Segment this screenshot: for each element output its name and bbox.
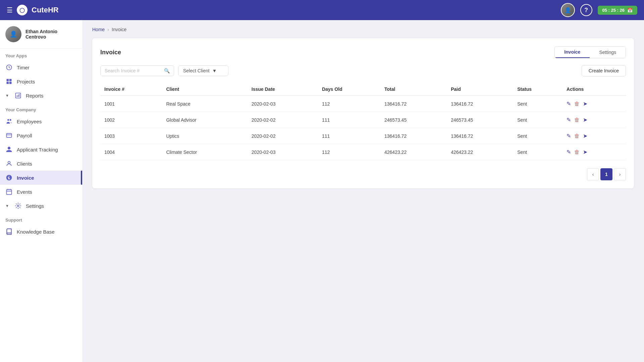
edit-icon[interactable]: ✎	[567, 149, 571, 155]
cell-days-old: 112	[318, 144, 380, 160]
send-icon[interactable]: ➤	[583, 149, 587, 155]
sidebar-item-knowledge-base[interactable]: Knowledge Base	[0, 225, 82, 239]
nav-right: 👤 ? 05 : 25 : 26 📅	[561, 3, 638, 17]
sidebar-item-employees[interactable]: Employees	[0, 114, 82, 128]
svg-point-10	[10, 119, 11, 121]
sidebar-label-knowledge-base: Knowledge Base	[17, 229, 55, 235]
send-icon[interactable]: ➤	[583, 117, 587, 123]
search-invoice-input[interactable]	[105, 68, 161, 73]
col-paid: Paid	[447, 83, 513, 96]
sidebar-label-payroll: Payroll	[17, 133, 32, 138]
cell-paid: 136416.72	[447, 96, 513, 112]
delete-icon[interactable]: 🗑	[574, 149, 580, 155]
select-client-label: Select Client	[183, 68, 210, 73]
cell-client: Uptics	[162, 128, 247, 144]
sidebar-item-invoice[interactable]: Invoice	[0, 171, 82, 185]
logo-icon: ◯	[17, 5, 28, 15]
cell-status: Sent	[513, 112, 562, 128]
payroll-icon	[5, 132, 13, 139]
tab-invoice[interactable]: Invoice	[555, 47, 590, 58]
timer-icon: 📅	[627, 8, 633, 13]
cell-client: Global Advisor	[162, 112, 247, 128]
breadcrumb: Home › Invoice	[92, 27, 634, 32]
delete-icon[interactable]: 🗑	[574, 133, 580, 139]
edit-icon[interactable]: ✎	[567, 101, 571, 107]
sidebar-item-applicant-tracking[interactable]: Applicant Tracking	[0, 142, 82, 157]
pagination-next[interactable]: ›	[614, 168, 626, 180]
select-client-dropdown[interactable]: Select Client ▼	[178, 65, 228, 76]
cell-total: 426423.22	[380, 144, 447, 160]
sidebar-item-timer[interactable]: Timer	[0, 60, 82, 74]
help-button[interactable]: ?	[580, 4, 592, 16]
svg-point-19	[17, 205, 19, 207]
delete-icon[interactable]: 🗑	[574, 117, 580, 123]
tab-group: Invoice Settings	[554, 46, 626, 58]
edit-icon[interactable]: ✎	[567, 117, 571, 123]
sidebar-item-clients[interactable]: Clients	[0, 157, 82, 171]
svg-rect-11	[7, 133, 12, 137]
sidebar-label-reports: Reports	[26, 93, 44, 99]
settings-chevron: ▼	[5, 204, 9, 208]
table-row: 1001 Real Space 2020-02-03 112 136416.72…	[100, 96, 626, 112]
cell-days-old: 111	[318, 112, 380, 128]
pagination-prev[interactable]: ‹	[587, 168, 599, 180]
sidebar: 👤 Ethan Antonio Centrovo Your Apps Timer…	[0, 20, 82, 362]
svg-rect-1	[7, 79, 9, 81]
sidebar-item-reports[interactable]: ▼ Reports	[0, 88, 82, 103]
sidebar-user: 👤 Ethan Antonio Centrovo	[0, 20, 82, 49]
col-days-old: Days Old	[318, 83, 380, 96]
nav-avatar[interactable]: 👤	[561, 3, 575, 17]
send-icon[interactable]: ➤	[583, 133, 587, 139]
cell-actions: ✎ 🗑 ➤	[562, 144, 626, 160]
cell-invoice-no: 1004	[100, 144, 162, 160]
delete-icon[interactable]: 🗑	[574, 101, 580, 107]
employees-icon	[5, 118, 13, 125]
card-header: Invoice Invoice Settings	[100, 46, 626, 58]
section-your-apps: Your Apps	[0, 49, 82, 60]
pagination-page-1[interactable]: 1	[600, 168, 612, 180]
sidebar-username: Ethan Antonio Centrovo	[25, 29, 77, 40]
cell-actions: ✎ 🗑 ➤	[562, 128, 626, 144]
sidebar-item-projects[interactable]: Projects	[0, 74, 82, 88]
pagination: ‹ 1 ›	[100, 168, 626, 180]
send-icon[interactable]: ➤	[583, 101, 587, 107]
cell-actions: ✎ 🗑 ➤	[562, 112, 626, 128]
sidebar-label-projects: Projects	[17, 79, 35, 84]
search-box: 🔍	[100, 65, 174, 76]
breadcrumb-current: Invoice	[112, 27, 126, 32]
projects-icon	[5, 78, 13, 85]
cell-invoice-no: 1001	[100, 96, 162, 112]
cell-total: 136416.72	[380, 128, 447, 144]
hamburger-icon[interactable]: ☰	[7, 6, 13, 14]
sidebar-label-invoice: Invoice	[17, 175, 34, 181]
breadcrumb-home[interactable]: Home	[92, 27, 105, 32]
cell-issue-date: 2020-02-03	[248, 96, 318, 112]
app-name: CuteHR	[32, 6, 59, 14]
cell-status: Sent	[513, 128, 562, 144]
cell-client: Climate Sector	[162, 144, 247, 160]
svg-rect-3	[7, 82, 9, 84]
edit-icon[interactable]: ✎	[567, 133, 571, 139]
select-client-chevron: ▼	[212, 68, 217, 73]
cell-days-old: 112	[318, 96, 380, 112]
sidebar-label-employees: Employees	[17, 119, 42, 124]
svg-point-9	[7, 119, 9, 121]
cell-issue-date: 2020-02-02	[248, 128, 318, 144]
invoice-card: Invoice Invoice Settings 🔍 Select Client…	[92, 38, 634, 188]
tab-settings[interactable]: Settings	[590, 47, 626, 58]
sidebar-label-settings: Settings	[26, 203, 44, 209]
timer-display[interactable]: 05 : 25 : 26 📅	[598, 6, 638, 15]
cell-total: 246573.45	[380, 112, 447, 128]
timer-value: 05 : 25 : 26	[602, 8, 625, 13]
sidebar-item-payroll[interactable]: Payroll	[0, 128, 82, 142]
svg-point-13	[8, 161, 10, 164]
cell-actions: ✎ 🗑 ➤	[562, 96, 626, 112]
sidebar-item-events[interactable]: Events	[0, 185, 82, 199]
top-nav: ☰ ◯ CuteHR 👤 ? 05 : 25 : 26 📅	[0, 0, 644, 20]
create-invoice-button[interactable]: Create Invoice	[582, 65, 626, 76]
svg-rect-2	[9, 79, 12, 81]
cell-status: Sent	[513, 144, 562, 160]
sidebar-label-clients: Clients	[17, 161, 32, 167]
table-row: 1003 Uptics 2020-02-02 111 136416.72 136…	[100, 128, 626, 144]
sidebar-item-settings[interactable]: ▼ Settings	[0, 199, 82, 213]
